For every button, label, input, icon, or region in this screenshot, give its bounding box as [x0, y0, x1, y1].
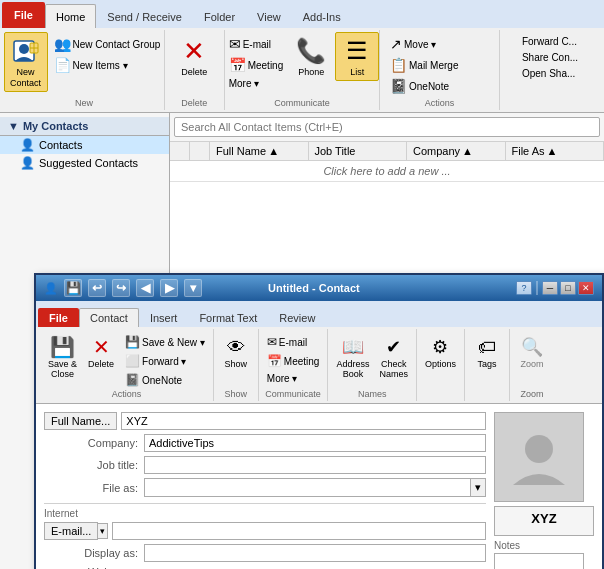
company-row: Company: — [44, 434, 486, 452]
email-dropdown[interactable]: ▾ — [98, 523, 108, 539]
share-contact-button[interactable]: Share Con... — [518, 50, 582, 65]
nav-item-suggested-contacts[interactable]: 👤 Suggested Contacts — [0, 154, 169, 172]
tab-home[interactable]: Home — [45, 4, 96, 28]
address-book-icon: 📖 — [340, 334, 366, 360]
notes-area[interactable] — [494, 553, 584, 569]
zoom-button[interactable]: 🔍 Zoom — [514, 331, 550, 373]
file-as-row: File as: ▾ — [44, 478, 486, 497]
new-items-button[interactable]: 📄 New Items ▾ — [50, 55, 165, 75]
save-new-button[interactable]: 💾 Save & New ▾ — [121, 333, 209, 351]
more-comm-label: More ▾ — [267, 373, 298, 384]
maximize-button[interactable]: □ — [560, 281, 576, 295]
open-shared-button[interactable]: Open Sha... — [518, 66, 582, 81]
qat-arrow2-btn[interactable]: ▶ — [160, 279, 178, 297]
file-as-col-label: File As — [512, 145, 545, 157]
job-title-label: Job title: — [44, 459, 144, 471]
file-as-col-header[interactable]: File As ▲ — [506, 142, 605, 160]
tab-file[interactable]: File — [2, 2, 45, 28]
contact-window-title: Untitled - Contact — [268, 282, 360, 294]
new-contact-button[interactable]: NewContact — [4, 32, 48, 92]
tags-icon: 🏷 — [474, 334, 500, 360]
options-button[interactable]: ⚙ Options — [421, 331, 460, 373]
company-col-header[interactable]: Company ▲ — [407, 142, 506, 160]
contact-name-preview: XYZ — [494, 506, 594, 536]
new-contact-group-icon: 👥 — [54, 36, 71, 52]
more-comm-button[interactable]: More ▾ — [263, 371, 324, 386]
file-as-dropdown[interactable]: ▾ — [471, 478, 486, 497]
tab-folder[interactable]: Folder — [193, 4, 246, 28]
check-names-label: CheckNames — [379, 360, 408, 380]
forward-contact-icon: ⬜ — [125, 354, 140, 368]
forward-contact-label: Forward C... — [522, 36, 577, 47]
delete-button[interactable]: ✕ Delete — [172, 32, 216, 81]
qat-undo-btn[interactable]: ↩ — [88, 279, 106, 297]
qat-save-btn[interactable]: 💾 — [64, 279, 82, 297]
meeting-button[interactable]: 📅 Meeting — [225, 55, 288, 75]
more-button[interactable]: More ▾ — [225, 76, 288, 91]
save-close-button[interactable]: 💾 Save &Close — [44, 331, 81, 383]
job-title-col-header[interactable]: Job Title — [309, 142, 408, 160]
email-button[interactable]: ✉ E-mail — [225, 34, 288, 54]
svg-point-5 — [525, 435, 553, 463]
phone-icon: 📞 — [295, 35, 327, 67]
email-field-button[interactable]: E-mail... — [44, 522, 98, 540]
tab-view[interactable]: View — [246, 4, 292, 28]
mail-merge-label: Mail Merge — [409, 60, 458, 71]
search-bar — [170, 113, 604, 142]
company-input[interactable] — [144, 434, 486, 452]
minimize-button[interactable]: ─ — [542, 281, 558, 295]
tags-button[interactable]: 🏷 Tags — [469, 331, 505, 373]
phone-button[interactable]: 📞 Phone — [289, 32, 333, 81]
file-as-input[interactable] — [144, 478, 471, 497]
click-to-add-row[interactable]: Click here to add a new ... — [170, 161, 604, 182]
new-contact-group-button[interactable]: 👥 New Contact Group — [50, 34, 165, 54]
contact-tab-review[interactable]: Review — [268, 308, 326, 327]
email-input[interactable] — [112, 522, 486, 540]
full-name-button[interactable]: Full Name... — [44, 412, 117, 430]
help-button[interactable]: ? — [516, 281, 532, 295]
address-book-label: AddressBook — [336, 360, 369, 380]
qat-arrow-btn[interactable]: ◀ — [136, 279, 154, 297]
show-button[interactable]: 👁 Show — [218, 331, 254, 373]
email-btn-group: E-mail... ▾ — [44, 522, 108, 540]
onenote-actions-button[interactable]: 📓 OneNote — [386, 76, 493, 96]
forward-contact-button[interactable]: Forward C... — [518, 34, 582, 49]
delete-contact-button[interactable]: ✕ Delete — [83, 331, 119, 373]
photo-placeholder[interactable] — [494, 412, 584, 502]
full-name-input[interactable] — [121, 412, 486, 430]
file-as-sort-icon: ▲ — [547, 145, 558, 157]
contact-titlebar-title: 👤 💾 ↩ ↪ ◀ ▶ ▾ Untitled - Contact — [44, 279, 360, 297]
mail-merge-button[interactable]: 📋 Mail Merge — [386, 55, 493, 75]
contact-list-header: Full Name ▲ Job Title Company ▲ File As … — [170, 142, 604, 161]
nav-section-my-contacts[interactable]: ▼ My Contacts — [0, 117, 169, 136]
meeting-comm-button[interactable]: 📅 Meeting — [263, 352, 324, 370]
full-name-col-label: Full Name — [216, 145, 266, 157]
email-comm-button[interactable]: ✉ E-mail — [263, 333, 324, 351]
contact-tab-file[interactable]: File — [38, 308, 79, 327]
address-book-button[interactable]: 📖 AddressBook — [332, 331, 373, 383]
display-as-input[interactable] — [144, 544, 486, 562]
move-icon: ↗ — [390, 36, 402, 52]
onenote-contact-button[interactable]: 📓 OneNote — [121, 371, 209, 389]
tab-send-receive[interactable]: Send / Receive — [96, 4, 193, 28]
forward-contact-btn[interactable]: ⬜ Forward ▾ — [121, 352, 209, 370]
contact-window-icon: 👤 — [44, 282, 58, 295]
contact-tab-format-text[interactable]: Format Text — [188, 308, 268, 327]
nav-item-contacts[interactable]: 👤 Contacts — [0, 136, 169, 154]
full-name-col-header[interactable]: Full Name ▲ — [210, 142, 309, 160]
close-button[interactable]: ✕ — [578, 281, 594, 295]
click-to-add-text: Click here to add a new ... — [323, 165, 450, 177]
check-names-button[interactable]: ✔ CheckNames — [375, 331, 412, 383]
list-button[interactable]: ☰ List — [335, 32, 379, 81]
search-input[interactable] — [174, 117, 600, 137]
share-contact-label: Share Con... — [522, 52, 578, 63]
qat-more-btn[interactable]: ▾ — [184, 279, 202, 297]
tab-addins[interactable]: Add-Ins — [292, 4, 352, 28]
file-as-combo: ▾ — [144, 478, 486, 497]
contact-tab-contact[interactable]: Contact — [79, 308, 139, 327]
contact-ribbon-content: 💾 Save &Close ✕ Delete 💾 Save & New ▾ — [36, 327, 602, 404]
move-button[interactable]: ↗ Move ▾ — [386, 34, 493, 54]
contact-tab-insert[interactable]: Insert — [139, 308, 189, 327]
qat-redo-btn[interactable]: ↪ — [112, 279, 130, 297]
job-title-input[interactable] — [144, 456, 486, 474]
